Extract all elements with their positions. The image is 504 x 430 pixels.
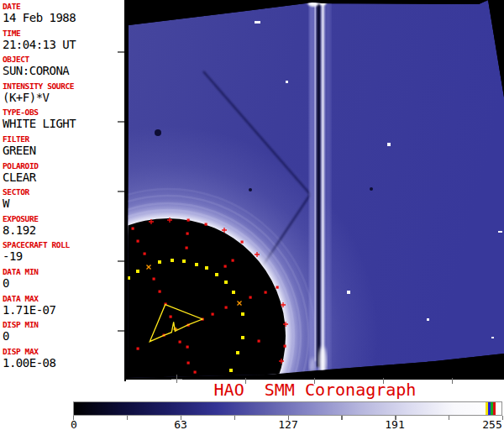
colorbar-label: 127 — [278, 418, 297, 430]
metadata-value: CLEAR — [3, 171, 124, 183]
image-caption: HAO SMM Coronagraph — [126, 381, 504, 398]
metadata-label: INTENSITY SOURCE — [3, 81, 124, 92]
colorbar-tick — [502, 416, 503, 420]
metadata-field: EXPOSURE8.192 — [3, 214, 124, 236]
left-axis-tick — [118, 330, 124, 332]
metadata-label: SECTOR — [3, 187, 124, 197]
metadata-label: POLAROID — [3, 161, 124, 171]
colorbar-label: 255 — [482, 418, 501, 430]
metadata-field: POLAROIDCLEAR — [3, 161, 124, 183]
colorbar-label: 63 — [174, 418, 187, 430]
metadata-value: -19 — [3, 250, 124, 262]
left-axis-tick — [118, 191, 124, 192]
metadata-value: SUN:CORONA — [3, 65, 124, 76]
metadata-value: 0 — [3, 277, 124, 289]
metadata-field: DATA MIN0 — [3, 267, 124, 289]
metadata-value: 0 — [3, 330, 124, 342]
metadata-value: WHITE LIGHT — [3, 118, 124, 129]
metadata-panel: DATE14 Feb 1988TIME21:04:13 UTOBJECTSUN:… — [0, 0, 124, 380]
colorbar-tick — [234, 416, 235, 420]
metadata-field: DISP MIN0 — [3, 320, 124, 342]
metadata-label: DISP MAX — [3, 347, 124, 357]
metadata-field: OBJECTSUN:CORONA — [3, 55, 124, 76]
metadata-value: 8.192 — [3, 224, 124, 236]
colorbar-tick — [127, 416, 128, 420]
colorbar-label: 191 — [385, 418, 404, 430]
metadata-label: EXPOSURE — [3, 214, 124, 224]
colorbar-tick — [341, 416, 342, 420]
metadata-field: DATA MAX1.71E-07 — [3, 294, 124, 316]
metadata-field: SPACECRAFT ROLL-19 — [3, 240, 124, 262]
metadata-label: TIME — [3, 29, 124, 39]
metadata-field: FILTERGREEN — [3, 134, 124, 156]
colorbar — [73, 401, 502, 416]
metadata-field: DISP MAX1.00E-08 — [3, 347, 124, 369]
colorbar-label: 0 — [71, 418, 77, 430]
metadata-label: DISP MIN — [3, 320, 124, 330]
left-axis-tick — [118, 51, 124, 53]
left-axis-tick — [118, 260, 124, 262]
metadata-value: GREEN — [3, 144, 124, 156]
metadata-value: W — [3, 197, 124, 209]
metadata-field: INTENSITY SOURCE(K+F)*V — [3, 81, 124, 103]
metadata-label: DATA MIN — [3, 267, 124, 277]
metadata-value: 21:04:13 UT — [3, 39, 124, 50]
metadata-value: 14 Feb 1988 — [3, 12, 124, 24]
metadata-field: SECTORW — [3, 187, 124, 209]
colorbar-stripe — [493, 402, 496, 415]
metadata-value: (K+F)*V — [3, 92, 124, 103]
metadata-field: TIME21:04:13 UT — [3, 29, 124, 50]
coronagraph-image — [126, 0, 504, 380]
smm-coronagraph-viewer: DATE14 Feb 1988TIME21:04:13 UTOBJECTSUN:… — [0, 0, 504, 430]
metadata-value: 1.71E-07 — [3, 304, 124, 316]
bottom-axis-tick-arm — [171, 379, 182, 380]
metadata-field: TYPE-OBSWHITE LIGHT — [3, 108, 124, 129]
colorbar-tick — [449, 416, 449, 420]
left-axis-tick — [118, 121, 124, 123]
metadata-field: DATE14 Feb 1988 — [3, 2, 124, 24]
metadata-label: DATA MAX — [3, 294, 124, 304]
metadata-value: 1.00E-08 — [3, 357, 124, 369]
